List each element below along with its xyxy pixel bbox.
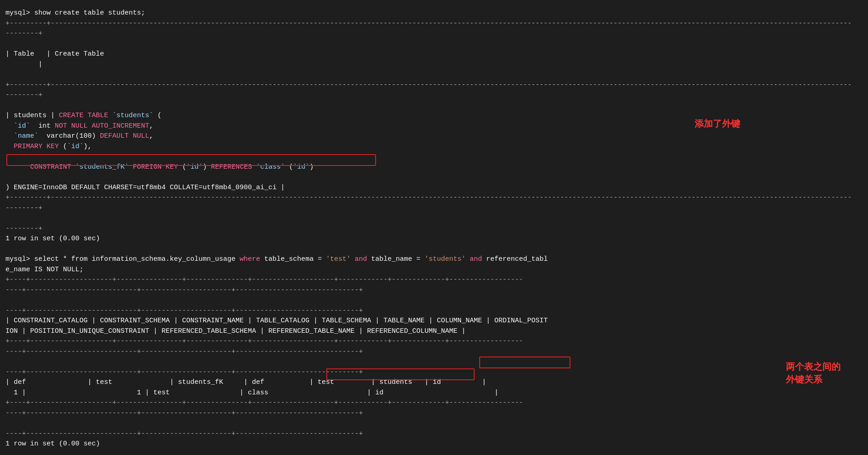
sep-6c: ----+---------------------------+-------… [5,429,863,439]
field-pk: PRIMARY KEY (`id`), [5,142,863,152]
command-line-2a: mysql> select * from information_schema.… [5,254,863,265]
blank-8 [5,419,863,429]
blank-9 [5,450,863,455]
command-line-1: mysql> show create table students; [5,8,863,19]
command-line-2b: e_name IS NOT NULL; [5,265,863,275]
sep-line-3: +---------+-----------------------------… [5,193,863,203]
field-name: `name` varchar(100) DEFAULT NULL, [5,131,863,142]
blank-2 [5,70,863,80]
sep-4c: ----+---------------------------+-------… [5,306,863,316]
rowcount-1: 1 row in set (0.00 sec) [5,234,863,244]
annotation-fk-relation: 两个表之间的外键关系 [786,360,841,386]
sep-line-1b: --------+ [5,29,863,39]
engine-line: ) ENGINE=InnoDB DEFAULT CHARSET=utf8mb4 … [5,183,863,193]
sep-4b: ----+---------------------------+-------… [5,285,863,296]
blank-4 [5,213,863,224]
blank-1 [5,39,863,50]
sep-line-2b: --------+ [5,90,863,101]
data-row-highlight-class [326,368,475,380]
blank-6 [5,295,863,306]
col-header-1: | CONSTRAINT_CATALOG | CONSTRAINT_SCHEMA… [5,316,863,326]
blank-5 [5,244,863,255]
sep-line-1: +---------+-----------------------------… [5,19,863,29]
data-row-highlight-students [479,357,570,368]
sep-5a: +----+--------------------+-------------… [5,336,863,347]
sep-4a: +----+--------------------+-------------… [5,275,863,285]
sep-line-2: +---------+-----------------------------… [5,80,863,91]
data-row-1b: 1 | 1 | test | class | id | [5,388,863,398]
sep-6a: +----+--------------------+-------------… [5,398,863,408]
sep-line-3b: --------+ [5,203,863,214]
terminal: mysql> show create table students; +----… [0,0,868,455]
col-header-2: ION | POSITION_IN_UNIQUE_CONSTRAINT | RE… [5,326,863,337]
rowcount-2: 1 row in set (0.00 sec) [5,439,863,450]
table-header-cont: | [5,60,863,70]
sep-line-3c: --------+ [5,224,863,234]
blank-3 [5,101,863,111]
blank-7 [5,357,863,367]
sep-5b: ----+---------------------------+-------… [5,347,863,357]
annotation-foreign-key: 添加了外键 [695,118,740,130]
constraint-highlight-box [6,154,376,166]
table-header: | Table | Create Table [5,49,863,60]
sep-6b: ----+---------------------------+-------… [5,408,863,419]
